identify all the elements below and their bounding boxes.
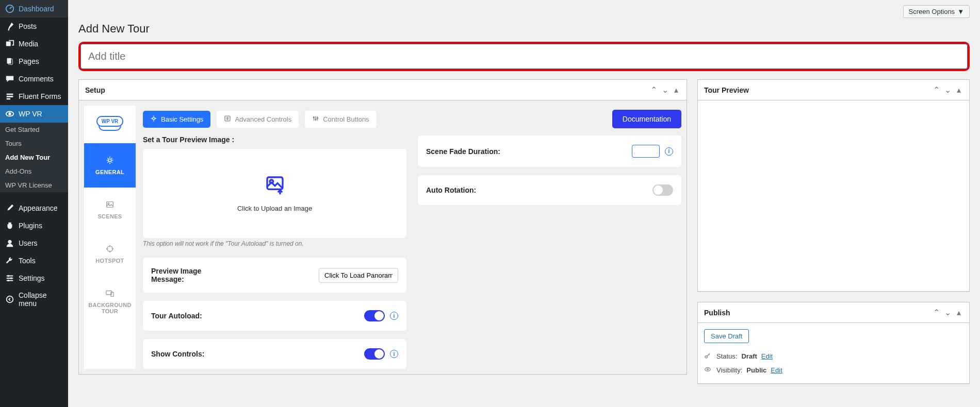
caret-up-icon[interactable]: ▴ (672, 85, 680, 95)
chevron-down-icon[interactable]: ⌄ (943, 85, 952, 95)
tab-hotspot[interactable]: HOTSPOT (84, 232, 136, 276)
tab-label: HOTSPOT (95, 258, 124, 264)
info-icon[interactable]: i (390, 312, 398, 320)
menu-label: Posts (19, 22, 37, 30)
submenu-tours[interactable]: Tours (0, 137, 68, 150)
panel-controls: ⌃ ⌄ ▴ (649, 85, 680, 95)
admin-sidebar: Dashboard Posts Media Pages Comments Flu… (0, 0, 68, 407)
tab-control-buttons[interactable]: Control Buttons (305, 111, 377, 128)
submenu-add-new-tour[interactable]: Add New Tour (0, 150, 68, 164)
edit-visibility-link[interactable]: Edit (771, 366, 782, 374)
status-value: Draft (741, 352, 757, 360)
svg-rect-4 (7, 94, 13, 95)
menu-item-wpvr[interactable]: WP VR (0, 105, 68, 123)
svg-point-23 (315, 119, 316, 120)
upload-text: Click to Upload an Image (237, 205, 312, 212)
sliders-icon (5, 274, 14, 283)
fade-duration-input[interactable] (632, 145, 660, 158)
panel-controls: ⌃ ⌄ ▴ (932, 85, 963, 95)
brush-icon (5, 204, 14, 213)
preview-header: Tour Preview ⌃ ⌄ ▴ (698, 80, 969, 100)
preview-body (698, 100, 969, 291)
chevron-down-icon[interactable]: ⌄ (661, 85, 669, 95)
tab-scenes[interactable]: SCENES (84, 188, 136, 232)
menu-label: Media (19, 40, 38, 48)
screen-options-button[interactable]: Screen Options ▼ (903, 5, 970, 18)
edit-status-link[interactable]: Edit (761, 352, 773, 360)
visibility-value: Public (746, 366, 766, 374)
publish-header: Publish ⌃ ⌄ ▴ (698, 302, 969, 323)
documentation-button[interactable]: Documentation (612, 110, 681, 128)
submenu-addons[interactable]: Add-Ons (0, 164, 68, 178)
menu-item-fluent-forms[interactable]: Fluent Forms (0, 88, 68, 105)
tab-label: Basic Settings (161, 115, 203, 123)
menu-label: Collapse menu (19, 291, 63, 308)
menu-item-tools[interactable]: Tools (0, 252, 68, 269)
menu-item-posts[interactable]: Posts (0, 18, 68, 35)
chevron-up-icon[interactable]: ⌃ (932, 85, 940, 95)
svg-point-13 (7, 296, 13, 303)
menu-item-collapse[interactable]: Collapse menu (0, 287, 68, 312)
pages-icon (5, 57, 14, 66)
title-input[interactable] (80, 44, 968, 69)
top-bar: Screen Options ▼ (78, 5, 970, 18)
menu-label: Comments (19, 75, 54, 83)
caret-up-icon[interactable]: ▴ (955, 85, 963, 95)
controls-toggle[interactable] (364, 348, 385, 360)
media-icon (5, 39, 14, 48)
preview-image-label: Set a Tour Preview Image : (143, 135, 406, 144)
tab-basic-settings[interactable]: Basic Settings (143, 111, 210, 128)
autoload-toggle[interactable] (364, 310, 385, 321)
svg-rect-1 (6, 42, 11, 46)
wpvr-logo: WP VR (84, 106, 136, 143)
submenu-license[interactable]: WP VR License (0, 178, 68, 192)
tour-autoload-row: Tour Autoload: i (143, 301, 406, 331)
rotation-toggle[interactable] (652, 184, 673, 196)
menu-item-dashboard[interactable]: Dashboard (0, 0, 68, 18)
preview-message-input[interactable] (319, 268, 398, 283)
svg-point-24 (317, 117, 318, 118)
menu-item-pages[interactable]: Pages (0, 53, 68, 70)
tab-label: Control Buttons (323, 115, 369, 123)
preview-message-row: Preview Image Message: (143, 258, 406, 293)
show-controls-row: Show Controls: i (143, 339, 406, 369)
tab-general[interactable]: GENERAL (84, 143, 136, 188)
tab-background-tour[interactable]: BACKGROUND TOUR (84, 276, 136, 327)
info-icon[interactable]: i (665, 147, 673, 156)
submenu-get-started[interactable]: Get Started (0, 123, 68, 137)
menu-label: Appearance (19, 204, 58, 212)
main-content: Screen Options ▼ Add New Tour Setup ⌃ ⌄ … (68, 0, 980, 407)
panel-controls: ⌃ ⌄ ▴ (932, 308, 963, 317)
chevron-up-icon[interactable]: ⌃ (649, 85, 658, 95)
save-draft-button[interactable]: Save Draft (704, 329, 749, 343)
fade-duration-row: Scene Fade Duration: i (418, 135, 681, 167)
svg-point-9 (8, 240, 11, 244)
collapse-icon (5, 295, 14, 304)
chevron-down-icon[interactable]: ⌄ (943, 308, 952, 317)
menu-item-users[interactable]: Users (0, 234, 68, 252)
menu-item-comments[interactable]: Comments (0, 70, 68, 88)
preview-title: Tour Preview (704, 86, 749, 94)
menu-label: Tools (19, 257, 36, 265)
tab-advanced-controls[interactable]: Advanced Controls (217, 111, 299, 128)
tab-label: Advanced Controls (235, 115, 291, 123)
menu-item-settings[interactable]: Settings (0, 269, 68, 287)
plug-icon (5, 221, 14, 230)
caret-up-icon[interactable]: ▴ (955, 308, 963, 317)
menu-item-appearance[interactable]: Appearance (0, 199, 68, 217)
menu-item-media[interactable]: Media (0, 35, 68, 53)
upload-image-box[interactable]: Click to Upload an Image (143, 149, 406, 238)
gear-icon (105, 156, 115, 165)
menu-label: Users (19, 239, 38, 247)
controls-icon (312, 115, 319, 124)
status-row: Status: Draft Edit (704, 349, 963, 363)
menu-item-plugins[interactable]: Plugins (0, 217, 68, 234)
info-icon[interactable]: i (390, 350, 398, 358)
sliders-icon (224, 115, 231, 124)
page-title: Add New Tour (78, 22, 150, 36)
eye-icon (704, 366, 712, 375)
chevron-up-icon[interactable]: ⌃ (932, 308, 940, 317)
setup-header: Setup ⌃ ⌄ ▴ (79, 80, 687, 100)
publish-panel: Publish ⌃ ⌄ ▴ Save Draft Status: Draft E… (697, 302, 970, 384)
tab-label: BACKGROUND TOUR (87, 302, 133, 314)
